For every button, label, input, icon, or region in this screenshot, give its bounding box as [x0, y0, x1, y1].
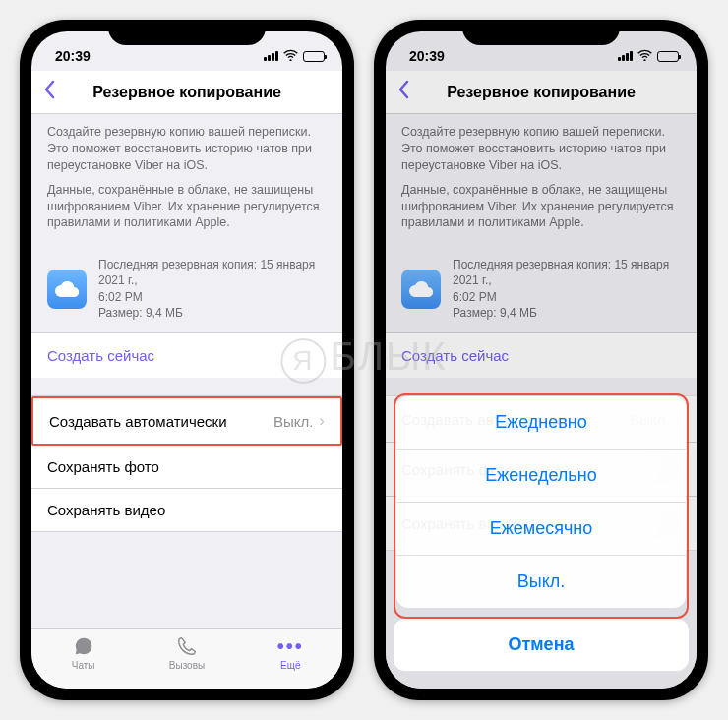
intro-p2: Данные, сохранённые в облаке, не защищен…	[401, 182, 681, 232]
auto-backup-value: Выкл.	[273, 413, 313, 430]
wifi-icon	[283, 48, 298, 64]
nav-bar: Резервное копирование	[31, 71, 342, 114]
status-indicators	[618, 48, 679, 64]
intro-text: Создайте резервную копию вашей переписки…	[386, 114, 697, 245]
nav-bar: Резервное копирование	[386, 71, 697, 114]
more-icon: •••	[277, 634, 304, 658]
back-button[interactable]	[43, 80, 55, 105]
screen-right: 20:39 Резервное копирование Создайте рез…	[386, 31, 697, 689]
settings-group: Создавать автоматически Выкл. › Сохранят…	[31, 395, 342, 532]
tab-calls[interactable]: Вызовы	[135, 629, 238, 689]
back-button[interactable]	[397, 80, 409, 105]
notch	[108, 20, 266, 45]
intro-p1: Создайте резервную копию вашей переписки…	[47, 124, 327, 174]
backup-info-row: Последняя резервная копия: 15 января 202…	[31, 245, 342, 332]
tab-bar: Чаты Вызовы ••• Ещё	[31, 628, 342, 689]
screen-left: 20:39 Резервное копирование Создайте рез…	[31, 31, 342, 689]
tab-chats[interactable]: Чаты	[31, 629, 135, 689]
cloud-icon	[47, 270, 87, 309]
phone-right: 20:39 Резервное копирование Создайте рез…	[374, 20, 708, 700]
phone-left: 20:39 Резервное копирование Создайте рез…	[20, 20, 354, 700]
notch	[462, 20, 620, 45]
save-photo-label: Сохранять фото	[47, 458, 159, 475]
option-off[interactable]: Выкл.	[396, 556, 686, 608]
save-video-cell[interactable]: Сохранять видео	[31, 489, 342, 531]
action-sheet: Ежедневно Еженедельно Ежемесячно Выкл. О…	[386, 388, 697, 689]
option-monthly[interactable]: Ежемесячно	[396, 503, 686, 556]
chevron-right-icon: ›	[319, 411, 325, 431]
page-title: Резервное копирование	[447, 84, 636, 101]
cellular-icon	[618, 51, 633, 61]
create-now-button[interactable]: Создать сейчас	[31, 332, 342, 378]
chat-icon	[73, 634, 94, 658]
tab-more[interactable]: ••• Ещё	[239, 629, 342, 689]
save-video-label: Сохранять видео	[47, 502, 165, 518]
wifi-icon	[637, 48, 652, 64]
sheet-highlight: Ежедневно Еженедельно Ежемесячно Выкл.	[394, 393, 689, 619]
auto-backup-label: Создавать автоматически	[49, 413, 227, 430]
intro-p2: Данные, сохранённые в облаке, не защищен…	[47, 182, 327, 232]
option-daily[interactable]: Ежедневно	[396, 396, 686, 450]
backup-info-text: Последняя резервная копия: 15 января 202…	[98, 257, 327, 321]
battery-icon	[303, 51, 325, 62]
status-indicators	[264, 48, 325, 64]
option-weekly[interactable]: Еженедельно	[396, 450, 686, 503]
page-title: Резервное копирование	[92, 84, 281, 101]
backup-info-row: Последняя резервная копия: 15 января 202…	[386, 245, 697, 332]
cellular-icon	[264, 51, 278, 61]
battery-icon	[657, 51, 679, 62]
status-time: 20:39	[409, 48, 445, 64]
cloud-icon	[401, 270, 441, 309]
backup-info-text: Последняя резервная копия: 15 января 202…	[453, 257, 681, 321]
intro-text: Создайте резервную копию вашей переписки…	[31, 114, 342, 245]
create-now-button[interactable]: Создать сейчас	[386, 332, 697, 378]
save-photo-cell[interactable]: Сохранять фото	[31, 446, 342, 489]
phone-icon	[176, 634, 198, 658]
content: Создайте резервную копию вашей переписки…	[31, 114, 342, 639]
frequency-options: Ежедневно Еженедельно Ежемесячно Выкл.	[396, 396, 686, 608]
status-time: 20:39	[55, 48, 91, 64]
intro-p1: Создайте резервную копию вашей переписки…	[401, 124, 681, 174]
auto-backup-cell[interactable]: Создавать автоматически Выкл. ›	[31, 396, 342, 446]
cancel-button[interactable]: Отмена	[394, 619, 689, 671]
